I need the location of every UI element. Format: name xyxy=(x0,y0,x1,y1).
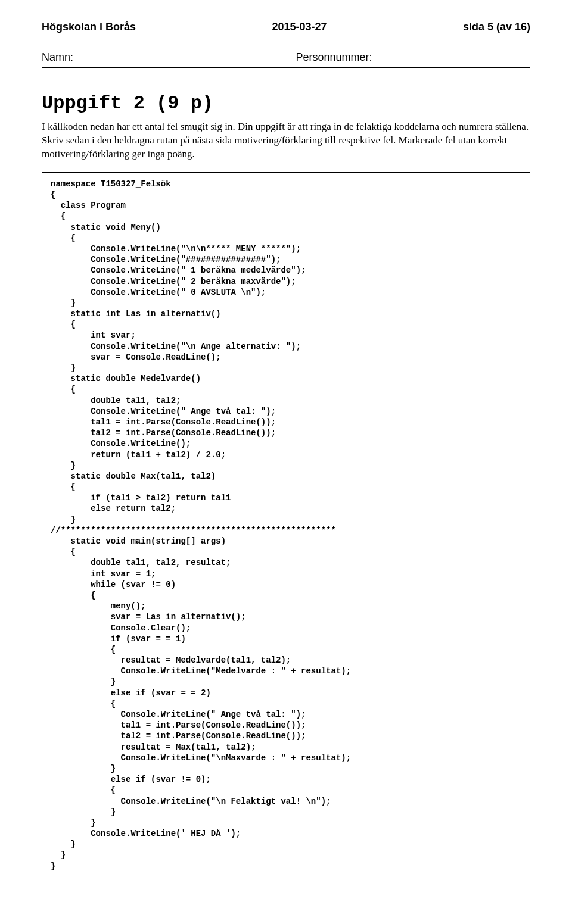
task-title: Uppgift 2 (9 p) xyxy=(42,92,530,114)
code-listing: namespace T150327_Felsök { class Program… xyxy=(42,172,530,878)
task-description: I källkoden nedan har ett antal fel smug… xyxy=(42,120,530,161)
page-number: sida 5 (av 16) xyxy=(463,21,530,33)
school-name: Högskolan i Borås xyxy=(42,21,136,33)
document-date: 2015-03-27 xyxy=(272,21,327,33)
personnummer-label: Personnummer: xyxy=(296,51,530,64)
header-sub-row: Namn: Personnummer: xyxy=(42,51,530,68)
header-top-row: Högskolan i Borås 2015-03-27 sida 5 (av … xyxy=(42,21,530,33)
name-label: Namn: xyxy=(42,51,296,64)
